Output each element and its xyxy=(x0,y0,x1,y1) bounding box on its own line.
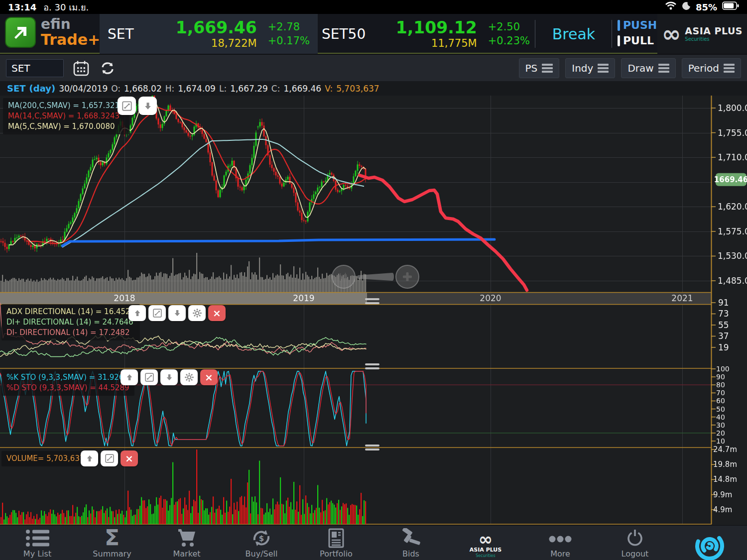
nav-my-list[interactable]: My List xyxy=(0,526,75,560)
indy-button-label: Indy xyxy=(572,62,593,74)
move-down-icon[interactable] xyxy=(160,369,178,385)
menu-lines-icon xyxy=(542,64,553,73)
chart-toolbar: PS Indy Draw Period xyxy=(0,55,747,81)
logo-line1: efin xyxy=(41,17,100,31)
close-icon[interactable]: × xyxy=(208,305,226,321)
cart-icon xyxy=(175,528,198,548)
high-label: H: xyxy=(165,84,175,94)
set-quote[interactable]: SET 1,669.46 18,722M +2.78 +0.17% xyxy=(100,14,318,54)
adx-line-legend: ADX DIRECTIONAL (14) = 16.4528 xyxy=(6,307,135,317)
pull-bar-icon xyxy=(618,35,620,46)
move-up-icon[interactable] xyxy=(128,305,146,321)
sto-d-legend: %D STO (9,3,3,SMAV) = 44.5289 xyxy=(6,383,129,393)
svg-text:$: $ xyxy=(259,534,264,543)
nav-label: Bids xyxy=(402,549,419,559)
sigma-icon: Σ xyxy=(105,528,120,548)
market-session-status: Break xyxy=(539,14,609,54)
nav-portfolio[interactable]: Portfolio xyxy=(299,526,374,560)
nav-label: More xyxy=(550,549,570,559)
calendar-icon[interactable] xyxy=(73,60,90,77)
draw-button-label: Draw xyxy=(627,62,653,74)
push-pull-toggles: PUSH PULL xyxy=(618,19,657,47)
settings-gear-icon[interactable] xyxy=(180,369,198,385)
draw-button[interactable]: Draw xyxy=(621,58,675,78)
ohlc-info-line: SET (day) 30/04/2019 O: 1,668.02 H: 1,67… xyxy=(0,81,747,96)
battery-percent: 85% xyxy=(696,2,717,12)
info-date: 30/04/2019 xyxy=(59,84,108,94)
efin-trade-logo: efin Trade+ xyxy=(5,17,100,48)
status-bar: 13:14 อ. 30 เม.ย. 85% xyxy=(0,0,747,14)
move-down-icon[interactable] xyxy=(168,305,186,321)
dollar-cycle-icon: $ xyxy=(250,528,272,548)
set50-price: 1,109.12 xyxy=(396,18,477,37)
nav-market[interactable]: Market xyxy=(149,526,224,560)
nav-label: Summary xyxy=(93,549,131,559)
nav-active-chart[interactable] xyxy=(672,526,747,560)
pull-toggle[interactable]: PULL xyxy=(618,34,657,47)
close-icon[interactable]: × xyxy=(121,450,138,466)
volume-panel-buttons: × xyxy=(81,450,138,466)
symbol-input[interactable] xyxy=(6,59,64,77)
app-header: efin Trade+ SET 1,669.46 18,722M +2.78 +… xyxy=(0,14,747,54)
divider xyxy=(535,20,535,48)
expand-icon[interactable] xyxy=(101,450,118,466)
settings-gear-icon[interactable] xyxy=(188,305,206,321)
nav-more[interactable]: More xyxy=(523,526,598,560)
move-down-icon[interactable] xyxy=(138,97,157,115)
price-panel-buttons xyxy=(118,97,157,115)
volume-legend-text: VOLUME= 5,703,637 xyxy=(6,453,85,464)
bottom-nav: My List Σ Summary Market $ Buy/Sell Port… xyxy=(0,525,747,560)
period-button[interactable]: Period xyxy=(682,58,741,78)
divider xyxy=(612,20,612,48)
zoom-slider[interactable] xyxy=(357,270,394,283)
ps-button[interactable]: PS xyxy=(519,58,560,78)
period-button-label: Period xyxy=(688,62,719,74)
set-change-pct: +0.17% xyxy=(268,34,310,48)
logo-line2: Trade+ xyxy=(41,32,100,47)
nav-label: Buy/Sell xyxy=(246,549,278,559)
high-value: 1,674.09 xyxy=(178,84,216,94)
nav-summary[interactable]: Σ Summary xyxy=(75,526,149,560)
asia-plus-logo: ∞ xyxy=(479,526,493,546)
move-up-icon[interactable] xyxy=(81,450,98,466)
set-label: SET xyxy=(108,26,134,42)
expand-icon[interactable] xyxy=(140,369,158,385)
power-icon xyxy=(625,528,645,548)
ma200-legend: MA(200,C,SMAV) = 1,657.3213 xyxy=(8,101,124,111)
info-symbol: SET xyxy=(7,83,26,94)
expand-icon[interactable] xyxy=(118,97,136,115)
expand-icon[interactable] xyxy=(148,305,166,321)
panel-resize-handle[interactable] xyxy=(365,445,379,452)
pull-label: PULL xyxy=(623,34,654,47)
sto-panel-buttons: × xyxy=(121,369,218,385)
nav-brand-name: ASIA PLUS xyxy=(470,547,501,553)
wifi-icon xyxy=(665,1,677,12)
panel-resize-handle[interactable] xyxy=(365,363,379,371)
move-up-icon[interactable] xyxy=(121,369,138,385)
set50-volume: 11,775M xyxy=(431,37,477,49)
set-price: 1,669.46 xyxy=(176,18,257,37)
nav-bids[interactable]: Bids xyxy=(374,526,448,560)
indy-button[interactable]: Indy xyxy=(565,58,615,78)
zoom-out-candles-icon[interactable] xyxy=(332,265,356,289)
set-change: +2.78 xyxy=(268,20,300,34)
close-icon[interactable]: × xyxy=(200,369,218,385)
zoom-in-plus-icon[interactable] xyxy=(395,265,419,289)
low-label: L: xyxy=(219,84,227,94)
set50-quote[interactable]: SET50 1,109.12 11,775M +2.50 +0.23% xyxy=(319,14,533,54)
trading-app: 13:14 อ. 30 เม.ย. 85% efin Trade+ xyxy=(0,0,747,560)
push-toggle[interactable]: PUSH xyxy=(618,19,657,31)
nav-buy-sell[interactable]: $ Buy/Sell xyxy=(224,526,299,560)
open-label: O: xyxy=(111,84,121,94)
set-volume: 18,722M xyxy=(211,37,257,49)
chart-zoom-control xyxy=(332,265,419,289)
nav-logout[interactable]: Logout xyxy=(598,526,672,560)
open-value: 1,668.02 xyxy=(124,84,162,94)
ma5-legend: MA(5,C,SMAV) = 1,670.0080 xyxy=(8,121,124,132)
refresh-icon[interactable] xyxy=(99,60,117,76)
nav-asia-plus[interactable]: ∞ ASIA PLUS Securities xyxy=(448,526,523,560)
low-value: 1,667.29 xyxy=(230,84,268,94)
infinity-logo-icon: ∞ xyxy=(662,25,681,43)
nav-label: Portfolio xyxy=(320,549,353,559)
panel-resize-handle[interactable] xyxy=(365,298,379,306)
